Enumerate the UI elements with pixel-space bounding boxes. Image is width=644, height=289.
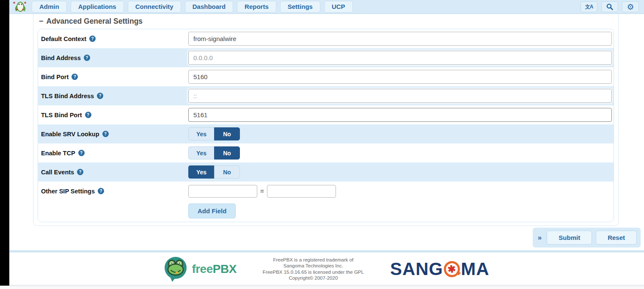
page: * * * * Admin Applications Connectivity … bbox=[9, 0, 644, 286]
freepbx-logo: freePBX bbox=[164, 256, 236, 282]
row-bind-address: Bind Address ? bbox=[38, 48, 614, 67]
no-button[interactable]: No bbox=[214, 165, 240, 179]
enable-srv-lookup-toggle: Yes No bbox=[188, 127, 240, 140]
gear-glyph: ⚙ bbox=[627, 3, 634, 11]
field-label-text: Default Context bbox=[41, 36, 86, 42]
footer-divider bbox=[9, 250, 644, 253]
help-icon[interactable]: ? bbox=[97, 93, 103, 99]
tls-bind-port-input[interactable] bbox=[188, 108, 612, 122]
field-label-text: TLS Bind Port bbox=[41, 112, 82, 118]
field-label: Other SIP Settings ? bbox=[41, 188, 188, 195]
bind-address-input[interactable] bbox=[188, 51, 612, 65]
yes-button[interactable]: Yes bbox=[188, 165, 214, 179]
row-tls-bind-port: TLS Bind Port ? bbox=[38, 105, 614, 124]
section-header[interactable]: − Advanced General Settings bbox=[33, 14, 618, 27]
sangoma-word-right: MA bbox=[461, 259, 489, 279]
nav-tab-reports[interactable]: Reports bbox=[237, 1, 276, 13]
legal-line: Sangoma Technologies Inc. bbox=[263, 263, 364, 269]
field-label: Bind Address ? bbox=[41, 55, 188, 61]
legal-line: FreePBX is a registered trademark of bbox=[263, 257, 364, 263]
search-icon[interactable] bbox=[601, 1, 618, 12]
no-button[interactable]: No bbox=[214, 127, 240, 140]
translate-glyph: 文A bbox=[585, 3, 593, 11]
advanced-general-settings-panel: − Advanced General Settings Default Cont… bbox=[33, 14, 619, 226]
call-events-toggle: Yes No bbox=[188, 165, 240, 179]
field-label-text: Call Events bbox=[41, 169, 74, 176]
field-label: Bind Port ? bbox=[41, 74, 188, 80]
row-default-context: Default Context ? bbox=[38, 29, 614, 48]
row-other-sip-settings: Other SIP Settings ? = bbox=[38, 182, 614, 201]
footer: freePBX FreePBX is a registered trademar… bbox=[9, 253, 644, 285]
default-context-input[interactable] bbox=[188, 32, 612, 46]
collapse-icon[interactable]: − bbox=[39, 17, 44, 25]
field-label-text: Bind Address bbox=[41, 55, 81, 61]
sangoma-star-glyph: ✱ bbox=[447, 264, 457, 275]
row-call-events: Call Events ? Yes No bbox=[38, 162, 614, 182]
help-icon[interactable]: ? bbox=[102, 131, 109, 137]
top-navbar: * * * * Admin Applications Connectivity … bbox=[9, 0, 644, 14]
help-icon[interactable]: ? bbox=[72, 74, 78, 80]
tls-bind-address-input[interactable] bbox=[188, 89, 612, 103]
freepbx-frog-bubble-icon bbox=[164, 256, 188, 282]
help-icon[interactable]: ? bbox=[84, 55, 90, 61]
field-label-text: Enable TCP bbox=[41, 150, 75, 157]
nav-tab-admin[interactable]: Admin bbox=[32, 1, 67, 13]
svg-text:*: * bbox=[24, 1, 27, 7]
help-icon[interactable]: ? bbox=[77, 169, 83, 175]
field-label: Enable TCP ? bbox=[41, 150, 188, 157]
freepbx-frog-icon[interactable]: * * * * bbox=[13, 1, 28, 13]
no-button[interactable]: No bbox=[214, 146, 240, 160]
freepbx-word-free: free bbox=[192, 262, 212, 275]
nav-tab-ucp[interactable]: UCP bbox=[324, 1, 353, 13]
yes-button[interactable]: Yes bbox=[188, 127, 214, 140]
chevrons-icon[interactable]: » bbox=[537, 234, 543, 242]
footer-legal-text: FreePBX is a registered trademark of San… bbox=[263, 257, 364, 281]
field-label-text: TLS Bind Address bbox=[41, 93, 94, 99]
settings-fieldset: Default Context ? Bind Address ? Bind Po… bbox=[38, 29, 614, 222]
field-label-text: Enable SRV Lookup bbox=[41, 131, 99, 138]
legal-line: FreePBX 15.0.16.65 is licensed under the… bbox=[263, 269, 364, 275]
help-icon[interactable]: ? bbox=[78, 150, 85, 156]
form-action-bar: » Submit Reset bbox=[533, 228, 641, 248]
field-label-text: Other SIP Settings bbox=[41, 188, 95, 195]
submit-button[interactable]: Submit bbox=[547, 231, 592, 245]
row-bind-port: Bind Port ? bbox=[38, 67, 614, 86]
field-label: TLS Bind Address ? bbox=[41, 93, 188, 99]
field-label: TLS Bind Port ? bbox=[41, 112, 188, 118]
yes-button[interactable]: Yes bbox=[188, 146, 214, 160]
sangoma-word-left: SANG bbox=[390, 259, 443, 279]
reset-button[interactable]: Reset bbox=[596, 231, 637, 245]
help-icon[interactable]: ? bbox=[89, 36, 96, 42]
enable-tcp-toggle: Yes No bbox=[188, 146, 240, 160]
nav-tab-dashboard[interactable]: Dashboard bbox=[185, 1, 233, 13]
row-enable-tcp: Enable TCP ? Yes No bbox=[38, 143, 614, 162]
navbar-right-icons: 文A ⚙ bbox=[581, 1, 641, 12]
sangoma-logo: SANG ✱ MA bbox=[390, 259, 490, 279]
freepbx-wordmark: freePBX bbox=[192, 262, 236, 276]
nav-tab-applications[interactable]: Applications bbox=[71, 1, 124, 13]
row-tls-bind-address: TLS Bind Address ? bbox=[38, 86, 614, 105]
legal-line: Copyright© 2007-2020 bbox=[263, 275, 364, 281]
freepbx-word-pbx: PBX bbox=[213, 262, 237, 275]
field-label: Enable SRV Lookup ? bbox=[41, 131, 188, 138]
field-label: Call Events ? bbox=[41, 169, 188, 176]
sangoma-o-icon: ✱ bbox=[443, 260, 461, 278]
help-icon[interactable]: ? bbox=[85, 112, 91, 118]
svg-text:*: * bbox=[13, 1, 16, 7]
section-title: Advanced General Settings bbox=[47, 17, 143, 26]
nav-tab-settings[interactable]: Settings bbox=[280, 1, 320, 13]
add-field-button[interactable]: Add Field bbox=[188, 204, 236, 218]
gear-icon[interactable]: ⚙ bbox=[622, 1, 639, 12]
sip-setting-key-input[interactable] bbox=[188, 185, 257, 198]
equals-sign: = bbox=[260, 187, 264, 195]
bottom-strip bbox=[0, 286, 644, 289]
nav-tab-connectivity[interactable]: Connectivity bbox=[128, 1, 181, 13]
help-icon[interactable]: ? bbox=[98, 188, 104, 194]
row-add-field: Add Field bbox=[38, 201, 614, 222]
row-enable-srv-lookup: Enable SRV Lookup ? Yes No bbox=[38, 124, 614, 143]
field-label-text: Bind Port bbox=[41, 74, 69, 80]
translate-icon[interactable]: 文A bbox=[581, 1, 597, 12]
sip-setting-value-input[interactable] bbox=[267, 185, 336, 198]
field-label: Default Context ? bbox=[41, 36, 188, 42]
bind-port-input[interactable] bbox=[188, 70, 612, 84]
